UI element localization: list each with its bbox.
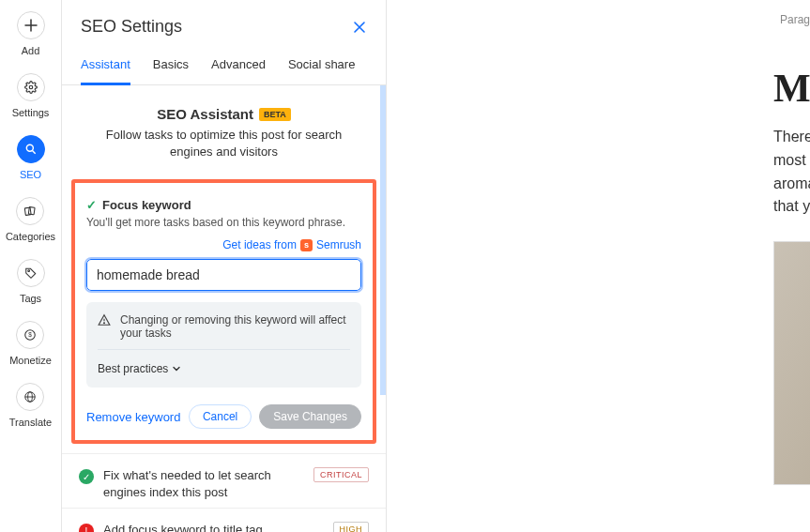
tag-icon (17, 259, 45, 287)
rail-settings-label: Settings (12, 107, 50, 118)
scrollbar[interactable] (380, 85, 386, 395)
focus-keyword-card: ✓ Focus keyword You'll get more tasks ba… (71, 179, 376, 444)
dollar-icon: $ (16, 321, 44, 349)
semrush-link[interactable]: Get ideas from s Semrush (222, 238, 361, 251)
rail-settings[interactable]: Settings (12, 73, 50, 118)
save-changes-button[interactable]: Save Changes (259, 404, 361, 429)
svg-point-5 (27, 270, 29, 272)
article-body[interactable]: There most aroma that y (773, 126, 810, 219)
task-row[interactable]: ! Add focus keyword to title tag HIGH (62, 508, 386, 532)
search-icon (17, 135, 45, 163)
remove-keyword-link[interactable]: Remove keyword (86, 410, 180, 424)
focus-keyword-input[interactable] (86, 259, 361, 291)
globe-icon (16, 383, 44, 411)
cancel-button[interactable]: Cancel (189, 404, 252, 429)
seo-settings-panel: SEO Settings Assistant Basics Advanced S… (62, 0, 387, 532)
tab-advanced[interactable]: Advanced (211, 57, 266, 84)
rail-tags[interactable]: Tags (17, 259, 45, 304)
divider (98, 349, 350, 350)
beta-badge: BETA (259, 108, 291, 121)
rail-add[interactable]: Add (17, 11, 45, 56)
rail-tags-label: Tags (20, 293, 41, 304)
rail-seo-label: SEO (20, 169, 41, 180)
close-icon[interactable] (352, 20, 367, 35)
article-image[interactable] (773, 241, 810, 485)
toolbar-paragraph-hint: Parag (387, 13, 810, 26)
assistant-title: SEO Assistant (157, 106, 253, 122)
check-icon: ✓ (86, 198, 97, 212)
warning-icon (98, 313, 111, 340)
best-practices-toggle[interactable]: Best practices (98, 362, 181, 375)
status-ok-icon: ✓ (79, 469, 94, 484)
svg-line-2 (32, 150, 35, 153)
svg-point-0 (29, 85, 33, 89)
semrush-icon: s (300, 239, 313, 251)
panel-title: SEO Settings (81, 17, 182, 37)
rail-translate[interactable]: Translate (9, 383, 52, 428)
svg-point-1 (26, 144, 33, 151)
rail-monetize-label: Monetize (9, 355, 52, 366)
article-title[interactable]: Mi (773, 66, 810, 111)
editor-content: Parag Mi There most aroma that y (387, 0, 810, 532)
status-error-icon: ! (79, 524, 94, 532)
warning-text: Changing or removing this keyword will a… (120, 313, 350, 340)
rail-categories[interactable]: Categories (6, 197, 55, 242)
left-sidebar: Add Settings SEO Categories Tags $ Monet… (0, 0, 62, 532)
critical-badge: CRITICAL (313, 467, 369, 482)
gear-icon (17, 73, 45, 101)
rail-categories-label: Categories (6, 231, 55, 242)
tab-assistant[interactable]: Assistant (81, 57, 130, 85)
svg-text:$: $ (29, 331, 33, 338)
rail-seo[interactable]: SEO (17, 135, 45, 180)
rail-translate-label: Translate (9, 417, 52, 428)
cards-icon (16, 197, 44, 225)
task-text: Fix what's needed to let search engines … (103, 467, 291, 500)
rail-add-label: Add (22, 45, 40, 56)
chevron-down-icon (172, 364, 181, 373)
tab-basics[interactable]: Basics (153, 57, 189, 84)
svg-rect-4 (29, 207, 36, 215)
plus-icon (17, 11, 45, 39)
focus-keyword-title: Focus keyword (102, 198, 191, 212)
tab-social[interactable]: Social share (288, 57, 356, 84)
tabs: Assistant Basics Advanced Social share (62, 37, 386, 85)
warning-box: Changing or removing this keyword will a… (86, 302, 361, 388)
task-text: Add focus keyword to title tag (103, 522, 263, 532)
assistant-subtitle: Follow tasks to optimize this post for s… (90, 127, 358, 160)
focus-keyword-sub: You'll get more tasks based on this keyw… (86, 216, 361, 229)
svg-point-11 (104, 323, 105, 324)
high-badge: HIGH (333, 522, 370, 532)
rail-monetize[interactable]: $ Monetize (9, 321, 52, 366)
task-row[interactable]: ✓ Fix what's needed to let search engine… (62, 453, 386, 508)
